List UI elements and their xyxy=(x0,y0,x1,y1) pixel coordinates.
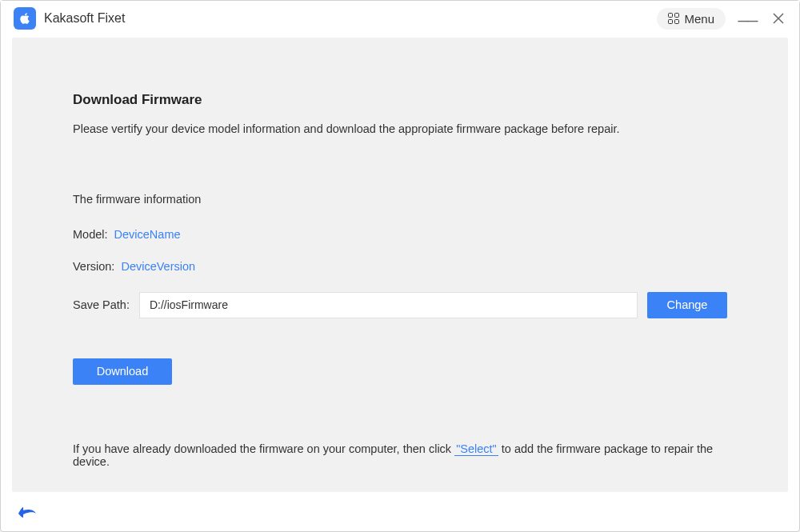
content-area: Download Firmware Please vertify your de… xyxy=(12,38,788,492)
grid-icon xyxy=(668,13,679,24)
save-path-row: Save Path: Change xyxy=(73,292,727,318)
page-subtitle: Please vertify your device model informa… xyxy=(73,122,727,135)
save-path-label: Save Path: xyxy=(73,298,130,311)
minimize-button[interactable]: __ xyxy=(740,5,756,21)
close-icon xyxy=(772,12,785,25)
model-value: DeviceName xyxy=(114,228,181,241)
version-row: Version: DeviceVersion xyxy=(73,260,727,273)
titlebar-controls: Menu __ xyxy=(657,8,786,30)
app-title: Kakasoft Fixet xyxy=(44,11,125,26)
version-label: Version: xyxy=(73,260,114,273)
apple-icon xyxy=(18,11,32,26)
model-label: Model: xyxy=(73,228,108,241)
model-row: Model: DeviceName xyxy=(73,228,727,241)
app-window: Kakasoft Fixet Menu __ Download Firmware… xyxy=(0,0,800,532)
save-path-input[interactable] xyxy=(139,292,638,318)
bottom-text-1: If you have already downloaded the firmw… xyxy=(73,442,454,455)
back-button[interactable] xyxy=(17,504,38,523)
titlebar: Kakasoft Fixet Menu __ xyxy=(1,1,799,38)
footer xyxy=(1,497,799,532)
close-button[interactable] xyxy=(770,10,786,26)
bottom-hint: If you have already downloaded the firmw… xyxy=(73,442,727,468)
download-button[interactable]: Download xyxy=(73,358,172,385)
firmware-info-title: The firmware information xyxy=(73,193,727,206)
select-link[interactable]: "Select" xyxy=(454,442,498,456)
page-title: Download Firmware xyxy=(73,92,727,108)
menu-label: Menu xyxy=(684,12,714,26)
change-button[interactable]: Change xyxy=(647,292,727,318)
version-value: DeviceVersion xyxy=(121,260,195,273)
back-arrow-icon xyxy=(17,504,38,520)
app-logo xyxy=(14,7,36,30)
menu-button[interactable]: Menu xyxy=(657,8,726,30)
